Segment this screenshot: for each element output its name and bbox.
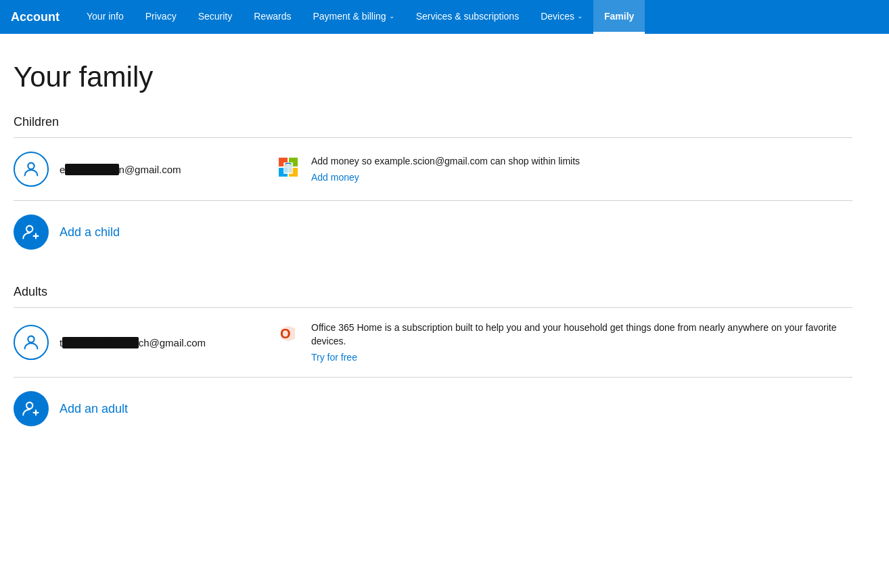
nav-item-security[interactable]: Security	[187, 0, 244, 34]
add-adult-label: Add an adult	[60, 402, 128, 416]
nav-item-your-info[interactable]: Your info	[76, 0, 135, 34]
child-store-description: Add money so example.scion@gmail.com can…	[311, 155, 852, 168]
adult-office-text-block: Office 365 Home is a subscription built …	[311, 321, 852, 363]
person-icon	[22, 160, 41, 179]
add-child-row[interactable]: Add a child	[14, 201, 852, 263]
person-icon	[22, 333, 41, 352]
page-title: Your family	[14, 61, 852, 93]
top-nav: Account Your info Privacy Security Rewar…	[0, 0, 889, 34]
adult-avatar	[14, 325, 49, 360]
child-member-info: Add money so example.scion@gmail.com can…	[276, 155, 852, 184]
adults-section: Adults txxxxxxxxxxxxxxxch@gmail.com	[14, 285, 852, 440]
adult-try-free-link[interactable]: Try for free	[311, 352, 357, 363]
nav-item-payment[interactable]: Payment & billing ⌄	[302, 0, 405, 34]
adult-member-info: O Office 365 Home is a subscription buil…	[276, 321, 852, 363]
children-section: Children example.scion@gmail.com	[14, 115, 852, 263]
add-child-label: Add a child	[60, 225, 120, 240]
chevron-down-icon: ⌄	[577, 12, 583, 20]
nav-item-services[interactable]: Services & subscriptions	[405, 0, 530, 34]
add-adult-row[interactable]: Add an adult	[14, 378, 852, 440]
svg-text:O: O	[280, 326, 291, 341]
add-person-icon	[22, 223, 41, 242]
adult-member-row: txxxxxxxxxxxxxxxch@gmail.com O Office 36…	[14, 308, 852, 378]
nav-items: Your info Privacy Security Rewards Payme…	[76, 0, 645, 34]
svg-point-12	[26, 403, 32, 409]
chevron-down-icon: ⌄	[389, 12, 394, 20]
child-store-text-block: Add money so example.scion@gmail.com can…	[311, 155, 852, 184]
adults-section-title: Adults	[14, 285, 852, 299]
nav-item-devices[interactable]: Devices ⌄	[530, 0, 593, 34]
nav-item-privacy[interactable]: Privacy	[135, 0, 187, 34]
add-adult-avatar	[14, 391, 49, 426]
add-person-icon	[22, 399, 41, 418]
nav-brand[interactable]: Account	[11, 10, 60, 24]
office365-icon: O	[276, 321, 300, 346]
svg-point-9	[28, 336, 34, 342]
main-content: Your family Children example.scion@gmail…	[0, 34, 866, 467]
microsoft-store-icon	[276, 155, 300, 179]
children-section-title: Children	[14, 115, 852, 129]
child-avatar	[14, 152, 49, 187]
nav-item-rewards[interactable]: Rewards	[243, 0, 302, 34]
child-add-money-link[interactable]: Add money	[311, 172, 359, 183]
adult-email: txxxxxxxxxxxxxxxch@gmail.com	[60, 337, 249, 348]
svg-point-0	[28, 163, 34, 169]
nav-item-family[interactable]: Family	[593, 0, 645, 34]
add-child-avatar	[14, 214, 49, 250]
svg-point-8	[26, 226, 32, 232]
child-member-row: example.scion@gmail.com	[14, 138, 852, 201]
child-email: example.scion@gmail.com	[60, 164, 249, 175]
adult-office-description: Office 365 Home is a subscription built …	[311, 321, 852, 348]
svg-rect-7	[284, 165, 292, 173]
